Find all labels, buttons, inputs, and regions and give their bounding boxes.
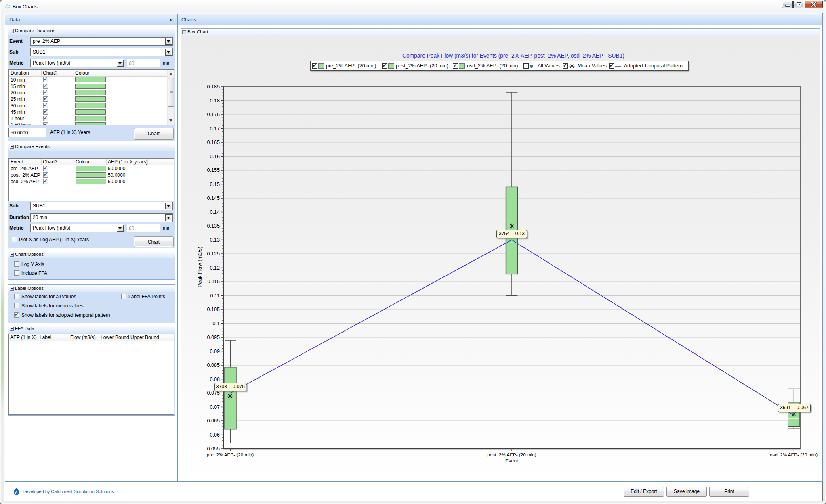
svg-text:0.185: 0.185 (207, 84, 220, 90)
svg-text:0.13: 0.13 (210, 237, 220, 243)
svg-text:0.08: 0.08 (210, 376, 220, 382)
svg-text:0.155: 0.155 (207, 167, 220, 173)
svg-text:0.16: 0.16 (210, 154, 220, 159)
svg-text:0.1: 0.1 (212, 321, 220, 326)
svg-text:0.085: 0.085 (207, 362, 220, 368)
svg-text:0.065: 0.065 (207, 418, 220, 424)
svg-text:0.07: 0.07 (210, 404, 220, 410)
svg-text:0.18: 0.18 (210, 98, 220, 104)
svg-text:0.09: 0.09 (210, 349, 220, 354)
svg-text:0.17: 0.17 (210, 126, 220, 132)
svg-text:0.105: 0.105 (207, 307, 220, 312)
svg-text:0.175: 0.175 (207, 112, 220, 117)
svg-text:0.135: 0.135 (207, 223, 220, 229)
svg-text:0.06: 0.06 (210, 432, 220, 438)
svg-text:0.11: 0.11 (210, 293, 220, 299)
svg-text:0.14: 0.14 (210, 209, 220, 215)
svg-text:0.095: 0.095 (207, 335, 220, 340)
svg-text:0.12: 0.12 (210, 265, 220, 271)
svg-text:0.145: 0.145 (207, 195, 220, 201)
svg-text:0.115: 0.115 (207, 279, 220, 284)
svg-text:0.055: 0.055 (207, 446, 220, 452)
svg-text:0.15: 0.15 (210, 182, 220, 187)
svg-text:0.125: 0.125 (207, 251, 220, 257)
svg-text:0.165: 0.165 (207, 140, 220, 145)
svg-text:0.075: 0.075 (207, 390, 220, 396)
